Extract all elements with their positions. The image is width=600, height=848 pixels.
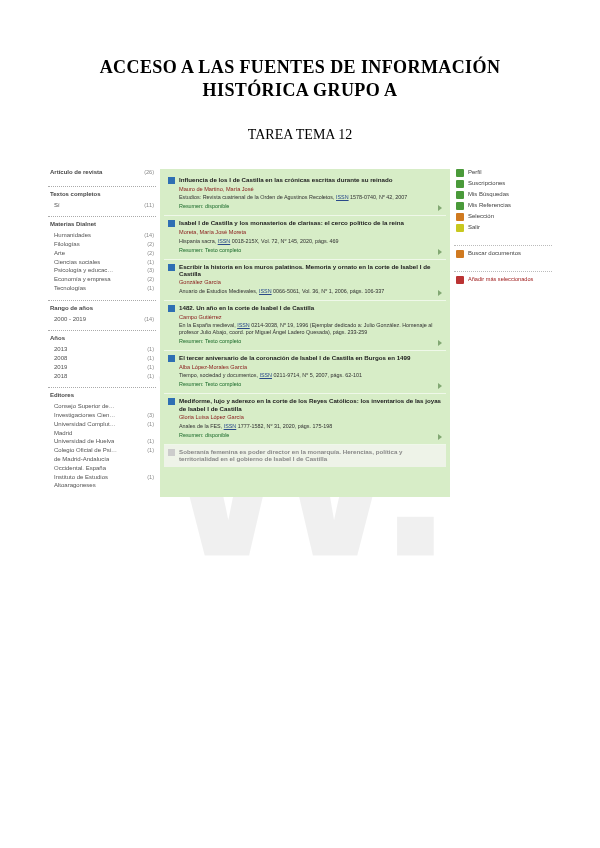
facet-row[interactable]: 2000 - 2019(14) <box>50 316 154 324</box>
facet-row[interactable]: 2008(1) <box>50 355 154 363</box>
facet-row-label: Universidad de Huelva <box>54 438 114 446</box>
select-checkbox[interactable] <box>168 305 175 312</box>
rail-item-suscripciones[interactable]: Suscripciones <box>456 180 550 188</box>
rail-label: Mis Referencias <box>468 202 511 210</box>
result-record[interactable]: Mediforme, lujo y aderezo en la corte de… <box>164 394 446 444</box>
facet-row-label: 2019 <box>54 364 67 372</box>
record-issn[interactable]: ISSN <box>259 372 272 378</box>
rail-separator <box>454 245 552 246</box>
facet-row[interactable]: Colegio Oficial de Psi…(1) <box>50 447 154 455</box>
facet-row[interactable]: Tecnologías(1) <box>50 285 154 293</box>
facet-row[interactable]: 2013(1) <box>50 346 154 354</box>
facet-row[interactable]: Madrid <box>50 430 154 438</box>
rail-item-busquedas[interactable]: Mis Búsquedas <box>456 191 550 199</box>
record-author: González García <box>179 279 442 286</box>
title-line-2: HISTÓRICA GRUPO A <box>203 80 398 100</box>
record-issn[interactable]: ISSN <box>259 288 272 294</box>
facet-row-label: Economía y empresa <box>54 276 111 284</box>
expand-arrow-icon[interactable] <box>438 205 442 211</box>
select-checkbox[interactable] <box>168 264 175 271</box>
facet-row-label: 2000 - 2019 <box>54 316 86 324</box>
record-source-pre: Anales de la FES, <box>179 423 224 429</box>
facet-row-label: Humanidades <box>54 232 91 240</box>
select-checkbox[interactable] <box>168 449 175 456</box>
record-source: Anales de la FES, ISSN 1777-1582, Nº 31,… <box>179 423 442 430</box>
facet-row-label: 2013 <box>54 346 67 354</box>
rail-item-salir[interactable]: Salir <box>456 224 550 232</box>
facet-block-years: Años 2013(1) 2008(1) 2019(1) 2018(1) <box>48 330 156 387</box>
facet-row-count: (1) <box>147 346 154 353</box>
expand-arrow-icon[interactable] <box>438 340 442 346</box>
select-checkbox[interactable] <box>168 398 175 405</box>
rail-label: Buscar documentos <box>468 250 521 258</box>
record-summary: Resumen: Texto completo <box>179 338 442 345</box>
facet-row[interactable]: Universidad Complut…(1) <box>50 421 154 429</box>
record-source-pre: En la España medieval, <box>179 322 237 328</box>
record-source-pre: Hispania sacra, <box>179 238 218 244</box>
rail-separator <box>454 271 552 272</box>
facet-row-label: Filologías <box>54 241 80 249</box>
result-record[interactable]: El tercer aniversario de la coronación d… <box>164 351 446 394</box>
rail-item-perfil[interactable]: Perfil <box>456 169 550 177</box>
record-source-post: 1578-0740, Nº 42, 2007 <box>349 194 408 200</box>
facet-row[interactable]: Altoaragoneses <box>50 482 154 490</box>
facet-row[interactable]: Sí (11) <box>50 202 154 210</box>
facet-row[interactable]: Consejo Superior de… <box>50 403 154 411</box>
facet-row-label: Ciencias sociales <box>54 259 100 267</box>
facet-row-count: (3) <box>147 267 154 274</box>
facet-row[interactable]: Ciencias sociales(1) <box>50 259 154 267</box>
record-issn[interactable]: ISSN <box>336 194 349 200</box>
expand-arrow-icon[interactable] <box>438 434 442 440</box>
results-list: Influencia de los I de Castilla en las c… <box>160 169 450 497</box>
facet-row[interactable]: Universidad de Huelva(1) <box>50 438 154 446</box>
facet-row-label: Investigaciones Cien… <box>54 412 115 420</box>
record-source: Tiempo, sociedad y documentos, ISSN 0211… <box>179 372 442 379</box>
facet-row-label: Arte <box>54 250 65 258</box>
facet-row-label: Tecnologías <box>54 285 86 293</box>
record-source-pre: Anuario de Estudios Medievales, <box>179 288 259 294</box>
result-record[interactable]: Escribir la historia en los muros palati… <box>164 260 446 301</box>
facet-head-count: (26) <box>144 169 154 176</box>
record-issn[interactable]: ISSN <box>224 423 237 429</box>
facet-row[interactable]: 2018(1) <box>50 373 154 381</box>
select-checkbox[interactable] <box>168 220 175 227</box>
record-source-post: 0018-215X, Vol. 72, Nº 145, 2020, págs. … <box>230 238 338 244</box>
select-checkbox[interactable] <box>168 355 175 362</box>
facet-row-count: (1) <box>147 285 154 292</box>
record-source-post: 1777-1582, Nº 31, 2020, págs. 175-198 <box>236 423 332 429</box>
record-summary: Resumen: Texto completo <box>179 247 442 254</box>
facet-head-label: Rango de años <box>50 305 93 313</box>
facet-row[interactable]: Investigaciones Cien…(3) <box>50 412 154 420</box>
expand-arrow-icon[interactable] <box>438 249 442 255</box>
facet-row-count: (1) <box>147 364 154 371</box>
rail-item-seleccion[interactable]: Selección <box>456 213 550 221</box>
record-title: Escribir la historia en los muros palati… <box>179 263 442 278</box>
result-record-cutoff[interactable]: Soberanía femenina es poder director en … <box>164 445 446 468</box>
facet-row[interactable]: Arte(2) <box>50 250 154 258</box>
record-source: Estudios: Revista cuatrienal de la Orden… <box>179 194 442 201</box>
result-record[interactable]: 1482. Un año en la corte de Isabel I de … <box>164 301 446 351</box>
facet-row[interactable]: Filologías(2) <box>50 241 154 249</box>
facet-block-subjects: Materias Dialnet Humanidades(14) Filolog… <box>48 216 156 299</box>
record-title: Influencia de los I de Castilla en las c… <box>179 176 442 183</box>
facet-row[interactable]: 2019(1) <box>50 364 154 372</box>
record-summary: Resumen: disponible <box>179 432 442 439</box>
facet-row[interactable]: Economía y empresa(2) <box>50 276 154 284</box>
result-record[interactable]: Influencia de los I de Castilla en las c… <box>164 173 446 216</box>
facet-row[interactable]: Instituto de Estudios(1) <box>50 474 154 482</box>
select-checkbox[interactable] <box>168 177 175 184</box>
expand-arrow-icon[interactable] <box>438 383 442 389</box>
rail-item-buscar[interactable]: Buscar documentos <box>456 250 550 258</box>
rail-add-block: Añadir más seleccionados <box>454 276 552 293</box>
record-issn[interactable]: ISSN <box>218 238 231 244</box>
result-record[interactable]: Isabel I de Castilla y los monasterios d… <box>164 216 446 259</box>
facet-row[interactable]: Occidental. España <box>50 465 154 473</box>
record-issn[interactable]: ISSN <box>237 322 250 328</box>
facet-row-count: (1) <box>147 447 154 454</box>
rail-item-referencias[interactable]: Mis Referencias <box>456 202 550 210</box>
facet-row[interactable]: Humanidades(14) <box>50 232 154 240</box>
facet-row[interactable]: de Madrid-Andalucía <box>50 456 154 464</box>
facet-row[interactable]: Psicología y educac…(3) <box>50 267 154 275</box>
expand-arrow-icon[interactable] <box>438 290 442 296</box>
rail-item-add-selected[interactable]: Añadir más seleccionados <box>456 276 550 284</box>
